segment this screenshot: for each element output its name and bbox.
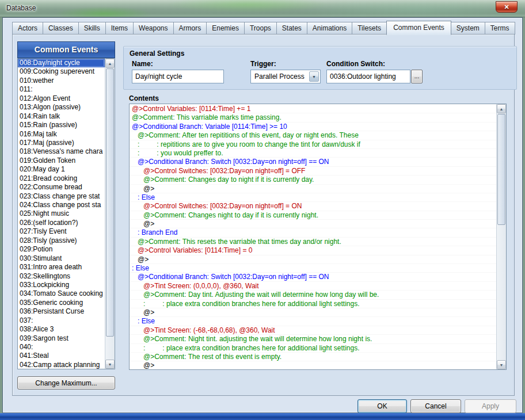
event-command-line[interactable]: @>Control Variables: [0114:Time] = 0 [130, 246, 496, 255]
event-command-line[interactable]: @> [130, 220, 496, 228]
event-list-item[interactable]: 026:(self location?) [18, 219, 105, 227]
event-command-line[interactable]: @> [130, 255, 496, 264]
change-maximum-button[interactable]: Change Maximum... [17, 376, 115, 390]
event-list-item[interactable]: 023:Class change pre stat [18, 192, 105, 201]
tab-enemies[interactable]: Enemies [206, 22, 245, 35]
contents-scroll-down-button[interactable]: ▼ [497, 360, 506, 369]
event-command-line[interactable]: : Else [130, 317, 496, 326]
name-label: Name: [132, 60, 224, 68]
event-list-item[interactable]: 016:Maj talk [18, 130, 105, 139]
event-command-line[interactable]: @>Tint Screen: (-68,-68,0,68), @360, Wai… [130, 326, 496, 335]
contents-scrollbar-track[interactable] [497, 113, 506, 360]
event-list-item[interactable]: 008:Day/night cycle [18, 59, 105, 67]
tab-terms[interactable]: Terms [485, 22, 515, 35]
event-command-line[interactable]: @>Control Switches: [0032:Day=on night=o… [130, 167, 496, 175]
cancel-button[interactable]: Cancel [410, 399, 461, 413]
event-command-line[interactable]: @> [130, 361, 496, 369]
event-list-item[interactable]: 035:Generic cooking [18, 299, 105, 307]
scroll-up-button[interactable]: ▲ [105, 59, 115, 68]
event-command-line[interactable]: : Else [130, 264, 496, 273]
event-list-item[interactable]: 029:Potion [18, 245, 105, 254]
event-command-line[interactable]: @> [130, 308, 496, 317]
event-list-item[interactable]: 015:Rain (passive) [18, 121, 105, 129]
tab-items[interactable]: Items [105, 22, 134, 35]
event-list-item[interactable]: 021:Bread cooking [18, 174, 105, 183]
event-command-line[interactable]: @>Control Switches: [0032:Day=on night=o… [130, 202, 496, 211]
name-input[interactable] [132, 70, 224, 83]
contents-scrollbar-thumb[interactable] [497, 114, 505, 225]
tab-system[interactable]: System [451, 22, 485, 35]
tab-states[interactable]: States [276, 22, 307, 35]
event-list-item[interactable]: 028:Tisly (passive) [18, 236, 105, 245]
event-command-line[interactable]: @>Conditional Branch: Variable [0114:Tim… [130, 123, 496, 131]
event-list-item[interactable]: 027:Tisly Event [18, 227, 105, 236]
event-list-scrollbar-thumb[interactable] [106, 68, 114, 337]
tab-tilesets[interactable]: Tilesets [352, 22, 387, 35]
event-list-item[interactable]: 030:Stimulant [18, 254, 105, 263]
event-list-item[interactable]: 017:Maj (passive) [18, 139, 105, 147]
close-button[interactable]: ✕ [496, 1, 518, 13]
event-command-line[interactable]: @>Comment: This varriable marks time pas… [130, 113, 496, 122]
event-list-item[interactable]: 040: [18, 343, 105, 352]
event-list-scrollbar[interactable]: ▲ ▼ [105, 59, 115, 369]
contents-scrollbar[interactable]: ▲ ▼ [496, 104, 506, 369]
condition-switch-input[interactable] [326, 70, 410, 83]
event-list-item[interactable]: 014:Rain talk [18, 112, 105, 121]
tab-classes[interactable]: Classes [43, 22, 79, 35]
event-command-line[interactable]: @>Conditional Branch: Switch [0032:Day=o… [130, 158, 496, 166]
event-list-item[interactable]: 022:Consume bread [18, 183, 105, 192]
event-command-line[interactable]: @>Comment: After ten repititions of this… [130, 131, 496, 140]
event-list-item[interactable]: 019:Golden Token [18, 156, 105, 165]
contents-scroll-up-button[interactable]: ▲ [497, 104, 506, 113]
event-command-line[interactable]: @>Comment: Day tint. Adjusting the wait … [130, 291, 496, 299]
event-command-line[interactable]: : : repititions are to give you room to … [130, 140, 496, 149]
event-command-line[interactable]: @>Conditional Branch: Switch [0032:Day=o… [130, 273, 496, 281]
event-command-line[interactable]: @>Comment: This resets the varriable tha… [130, 238, 496, 246]
event-command-line[interactable]: : : you would preffer to. [130, 149, 496, 158]
event-list-item[interactable]: 012:Algon Event [18, 94, 105, 103]
event-list-item[interactable]: 041:Steal [18, 352, 105, 360]
event-list-item[interactable]: 013:Algon (passive) [18, 103, 105, 112]
event-command-line[interactable]: : : place extra condition branches here … [130, 300, 496, 308]
tab-actors[interactable]: Actors [12, 22, 43, 35]
event-command-line[interactable]: : Else [130, 193, 496, 202]
event-list-item[interactable]: 038:Alice 3 [18, 325, 105, 334]
tab-weapons[interactable]: Weapons [133, 22, 173, 35]
event-list-scrollbar-track[interactable] [105, 68, 115, 360]
tab-armors[interactable]: Armors [173, 22, 207, 35]
tab-common-events[interactable]: Common Events [386, 21, 451, 35]
event-list-item[interactable]: 036:Persistant Curse [18, 307, 105, 316]
tab-troops[interactable]: Troops [244, 22, 277, 35]
event-list-item[interactable]: 042:Camp attack planning [18, 361, 105, 369]
event-list-item[interactable]: 020:May day 1 [18, 165, 105, 174]
tab-skills[interactable]: Skills [78, 22, 106, 35]
event-command-line[interactable]: @>Comment: Changes night to day if it is… [130, 211, 496, 220]
event-command-line[interactable]: : Branch End [130, 228, 496, 237]
titlebar: Database ✕ [0, 0, 525, 17]
event-list-item[interactable]: 009:Cooking superevent [18, 67, 105, 76]
event-command-line[interactable]: @> [130, 185, 496, 193]
event-list-item[interactable]: 011: [18, 85, 105, 94]
event-list-item[interactable]: 034:Tomato Sauce cooking [18, 289, 105, 298]
ok-button[interactable]: OK [357, 399, 407, 413]
event-list-item[interactable]: 031:Intro area death [18, 263, 105, 272]
event-list-item[interactable]: 024:Class change post sta [18, 201, 105, 209]
event-list-item[interactable]: 025:Night music [18, 209, 105, 218]
event-list-item[interactable]: 032:Skellingtons [18, 272, 105, 281]
event-list-item[interactable]: 039:Sargon test [18, 334, 105, 343]
scroll-down-button[interactable]: ▼ [105, 360, 115, 369]
tab-animations[interactable]: Animations [307, 22, 352, 35]
event-list-item[interactable]: 033:Lockpicking [18, 281, 105, 289]
event-command-line[interactable]: @>Control Variables: [0114:Time] += 1 [130, 105, 496, 113]
event-list-item[interactable]: 037: [18, 316, 105, 325]
condition-switch-browse-button[interactable]: ... [411, 70, 423, 83]
event-command-line[interactable]: @>Comment: The rest of this event is emp… [130, 353, 496, 361]
arrow-down-icon: ▼ [500, 363, 504, 367]
event-command-line[interactable]: @>Comment: Night tint. adjusting the wai… [130, 335, 496, 343]
event-list-item[interactable]: 018:Venessa's name chara [18, 147, 105, 156]
event-list-item[interactable]: 010:wether [18, 77, 105, 85]
event-command-line[interactable]: : : place extra condition branches here … [130, 344, 496, 353]
event-command-line[interactable]: @>Comment: Changes day to night if it is… [130, 175, 496, 184]
trigger-select[interactable]: Parallel Process ▼ [250, 70, 321, 83]
event-command-line[interactable]: @>Tint Screen: (0,0,0,0), @360, Wait [130, 282, 496, 291]
